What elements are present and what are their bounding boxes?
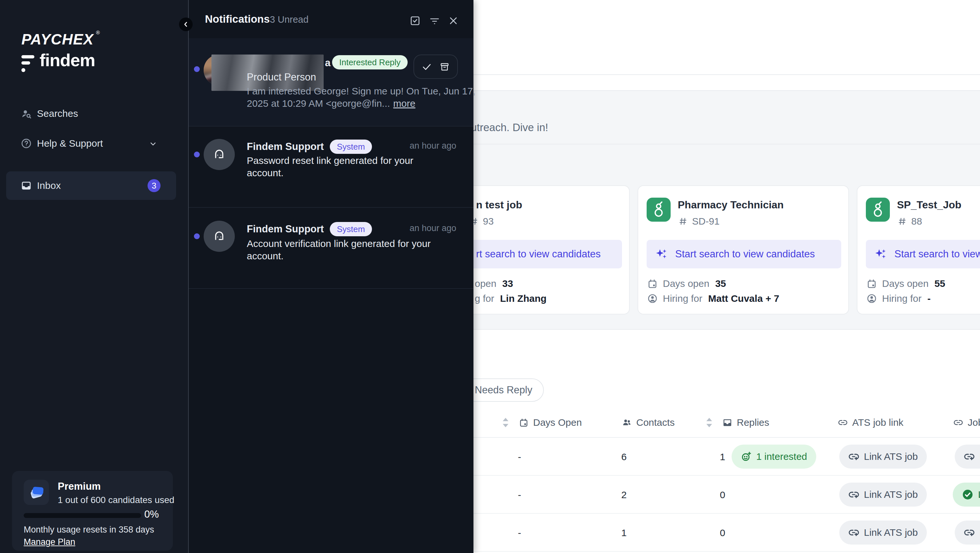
link-ats-job-button[interactable]: Link ATS job (839, 445, 927, 469)
job-card[interactable]: Pharmacy Technician SD-91 Start search t… (638, 185, 849, 314)
chevron-down-icon (149, 140, 157, 147)
job-req-id: 93 (483, 216, 493, 227)
chevron-left-icon (182, 21, 189, 28)
notification-message-line1: Account verification link generated for … (247, 237, 431, 250)
sidebar-item-label: Searches (37, 108, 78, 119)
job-title: SP_Test_Job (897, 199, 961, 211)
sort-control[interactable] (706, 414, 713, 431)
timestamp: an hour ago (410, 223, 456, 233)
notification-message-line2: account. (247, 250, 283, 262)
hiring-for-row: g forLin Zhang (475, 293, 546, 304)
mark-read-icon[interactable] (422, 62, 432, 72)
days-open-row: open33 (475, 278, 513, 289)
premium-plan-icon (24, 480, 49, 505)
manage-plan-link[interactable]: Manage Plan (24, 537, 75, 547)
sidebar-item-label: Inbox (37, 180, 60, 191)
notification-message-line1: I am interested George! Sign me up! On T… (247, 85, 476, 97)
cell-days-open: - (510, 476, 529, 514)
notification-item[interactable]: Findem Support System an hour ago Passwo… (189, 127, 474, 208)
filter-notifications-button[interactable] (429, 15, 441, 27)
cell-days-open: - (510, 514, 529, 552)
sparkles-icon (655, 248, 668, 261)
usage-reset-text: Monthly usage resets in 358 days (24, 525, 154, 535)
sidebar-item-label: Help & Support (37, 138, 103, 149)
premium-plan-card: Premium 1 out of 600 candidates used 0% … (12, 471, 173, 551)
column-header-replies[interactable]: Replies (722, 414, 769, 431)
smiley-plus-icon (741, 451, 752, 462)
sidebar-item-help-support[interactable]: Help & Support (6, 133, 176, 154)
sidebar: PAYCHEX ® findem Searches Help & Support… (0, 0, 188, 553)
link-job-button[interactable]: Li (955, 521, 980, 545)
notification-item[interactable]: Findem Support System an hour ago Accoun… (189, 208, 474, 289)
interested-reply-badge: Interested Reply (332, 55, 407, 69)
start-search-label: rt search to view candidates (476, 248, 601, 260)
registered-mark: ® (96, 30, 100, 36)
timestamp: an hour ago (410, 141, 456, 151)
person-circle-icon (867, 293, 877, 304)
days-open-row: Days open35 (647, 278, 726, 289)
close-panel-button[interactable] (447, 15, 459, 27)
unread-dot (194, 151, 200, 158)
sidebar-item-inbox[interactable]: Inbox 3 (6, 171, 176, 200)
start-search-button[interactable]: Start search to view candidates (866, 240, 980, 268)
column-header-ats-job-link[interactable]: ATS job link (838, 414, 904, 431)
unread-dot (194, 233, 200, 239)
hash-icon (678, 217, 687, 226)
notification-message-line1: Password reset link generated for your (247, 155, 414, 167)
sender-name-fragment: a (325, 57, 331, 69)
notifications-panel: Notifications 3 Unread a Interested Repl… (188, 0, 474, 553)
cell-replies: 1 (713, 438, 732, 476)
notification-message-line2: account. (247, 167, 283, 179)
column-header-days-open[interactable]: Days Open (519, 414, 582, 431)
sidebar-item-searches[interactable]: Searches (6, 103, 176, 124)
support-avatar (204, 139, 235, 170)
findem-logo-icon (21, 54, 36, 73)
support-avatar (204, 221, 235, 252)
job-req-id: SD-91 (692, 216, 720, 227)
link-ats-job-button[interactable]: Link ATS job (839, 483, 927, 507)
archive-icon[interactable] (439, 62, 450, 72)
link-plus-icon (964, 451, 975, 462)
job-req-id: 88 (911, 216, 922, 227)
cell-days-open: - (510, 438, 529, 476)
link-job-button[interactable]: Li (955, 445, 980, 469)
cell-contacts: 1 (614, 514, 634, 552)
link-plus-icon (848, 451, 859, 462)
start-search-label: Start search to view candidates (675, 248, 815, 260)
column-header-contacts[interactable]: Contacts (622, 414, 675, 431)
help-circle-icon (21, 138, 32, 149)
interested-badge[interactable]: 1 interested (732, 445, 816, 469)
panel-title: Notifications (205, 13, 270, 25)
collapse-panel-button[interactable] (179, 18, 192, 31)
hiring-for-row: Hiring for- (867, 293, 931, 304)
people-icon (622, 418, 632, 427)
column-header-job-link[interactable]: Job (953, 414, 980, 431)
sort-control[interactable] (502, 414, 509, 431)
job-card[interactable]: SP_Test_Job 88 Start search to view cand… (857, 185, 980, 314)
start-search-button[interactable]: Start search to view candidates (647, 240, 841, 268)
cell-contacts: 6 (614, 438, 634, 476)
link-plus-icon (848, 489, 859, 500)
premium-plan-title: Premium (58, 481, 101, 492)
sender-name: Findem Support (247, 141, 324, 153)
job-linked-badge[interactable]: Li (953, 483, 980, 507)
sparkles-icon (874, 248, 887, 261)
system-badge: System (330, 140, 372, 154)
more-link[interactable]: more (393, 98, 415, 109)
usage-progress-bar (24, 513, 141, 518)
link-ats-job-button[interactable]: Link ATS job (839, 521, 927, 545)
link-icon (838, 418, 848, 427)
cell-contacts: 2 (614, 476, 634, 514)
sender-role: Product Person (247, 72, 316, 83)
mark-all-read-button[interactable] (409, 15, 421, 27)
inbox-icon (722, 418, 732, 427)
days-open-row: Days open55 (867, 278, 945, 289)
hash-icon (897, 217, 907, 226)
check-circle-icon (962, 489, 974, 500)
start-search-label: Start search to view candidates (894, 248, 980, 260)
headset-icon (212, 147, 227, 162)
cell-replies: 0 (713, 514, 732, 552)
notification-item[interactable]: a Interested Reply Product Person I am i… (189, 38, 474, 127)
link-plus-icon (964, 527, 975, 538)
notification-actions (414, 54, 458, 79)
